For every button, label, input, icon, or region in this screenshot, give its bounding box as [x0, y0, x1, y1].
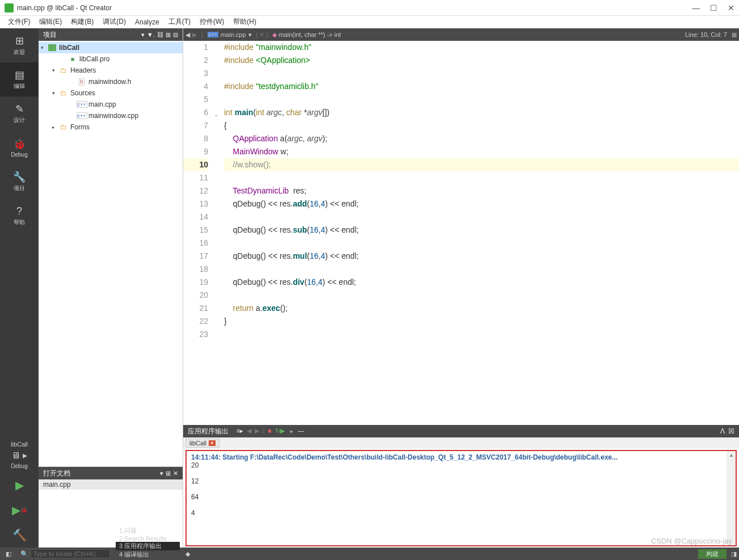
debug-run-button[interactable]: ▶🐞: [0, 503, 39, 517]
menubar: 文件(F)编辑(E)构建(B)调试(D)Analyze工具(T)控件(W)帮助(…: [0, 16, 739, 28]
fold-icon[interactable]: ⌄: [214, 108, 218, 121]
stop-icon[interactable]: ■: [268, 427, 272, 436]
next-icon[interactable]: ▶: [255, 427, 259, 436]
tree-item[interactable]: c++mainwindow.cpp: [39, 110, 183, 121]
tree-item[interactable]: ▸🗀Forms: [39, 121, 183, 133]
cursor-position: Line: 10, Col: 7: [685, 31, 727, 38]
tree-item[interactable]: ▾🗀Sources: [39, 87, 183, 99]
output-tabs: libCall ✕: [183, 437, 739, 449]
run-button[interactable]: ▶: [0, 478, 39, 492]
output-pane-tab[interactable]: 1 问题: [116, 527, 180, 535]
back-icon[interactable]: ◀: [185, 31, 190, 39]
function-icon: ◆: [272, 31, 277, 38]
application-output[interactable]: 14:11:44: Starting F:\DataRec\Code\Demo\…: [185, 450, 737, 546]
tree-project-root[interactable]: ▾libCall: [39, 42, 183, 53]
editor-area: ◀ ▶ | c++ main.cpp ▾ | ✕ | ◆ main(int, c…: [183, 28, 739, 548]
collapse-icon[interactable]: ᐱ: [720, 427, 725, 435]
split-icon[interactable]: ⊞: [166, 470, 171, 477]
file-selector[interactable]: c++ main.cpp ▾: [208, 31, 252, 39]
rerun-icon[interactable]: ↻▶: [275, 427, 285, 436]
code-body[interactable]: #include "mainwindow.h"#include <QApplic…: [221, 41, 739, 425]
toggle-sidebar-icon[interactable]: ◧: [2, 550, 15, 558]
remove-icon[interactable]: —: [298, 427, 304, 436]
rail-mode-帮助[interactable]: ?帮助: [0, 199, 39, 233]
panes-more-icon[interactable]: ◆: [182, 550, 193, 558]
add-icon[interactable]: ＋: [288, 427, 294, 436]
chevron-down-icon: ▾: [248, 31, 252, 39]
code-editor[interactable]: ⌄ 1234567891011121314151617181920212223 …: [183, 41, 739, 425]
forward-icon[interactable]: ▶: [192, 31, 197, 39]
menu-item[interactable]: 文件(F): [5, 16, 33, 28]
menu-item[interactable]: 帮助(H): [230, 16, 260, 28]
rail-icon: 🐞: [13, 138, 26, 150]
close-icon[interactable]: ✕: [173, 470, 178, 477]
mode-rail: ⊞欢迎▤编辑✎设计🐞Debug🔧项目?帮助 libCall 🖥 ▸ Debug …: [0, 28, 39, 548]
tree-item[interactable]: ■libCall.pro: [39, 53, 183, 65]
output-pane-tab[interactable]: 4 编译输出: [116, 550, 180, 559]
project-tree[interactable]: ▾libCall■libCall.pro▾🗀Headershmainwindow…: [39, 41, 183, 467]
project-pane-header: 项目 ▾ ▼. ⛓ ⊞ ⊟: [39, 28, 183, 41]
locator-search[interactable]: 🔍: [17, 549, 113, 558]
tree-item[interactable]: c++main.cpp: [39, 99, 183, 110]
filter-icon[interactable]: ▼.: [147, 31, 155, 39]
output-pane-header: 应用程序输出 ≡▸ ◀ ▶ | ■ ↻▶ ＋ — ᐱ ☒: [183, 425, 739, 437]
menu-item[interactable]: 编辑(E): [36, 16, 65, 28]
rail-icon: ?: [16, 205, 22, 217]
close-pane-icon[interactable]: ☒: [728, 427, 734, 435]
split-editor-icon[interactable]: ⊞: [732, 31, 737, 39]
rail-mode-设计[interactable]: ✎设计: [0, 96, 39, 130]
window-title: main.cpp @ libCall - Qt Creator: [17, 4, 692, 12]
split-icon[interactable]: ⊞: [166, 31, 171, 39]
output-pane-tab[interactable]: 2 Search Results: [116, 535, 180, 542]
line-gutter[interactable]: ⌄ 1234567891011121314151617181920212223: [183, 41, 221, 425]
output-tab[interactable]: libCall ✕: [185, 439, 219, 448]
monitor-icon: 🖥 ▸: [2, 450, 36, 461]
filter-icon[interactable]: ≡▸: [237, 427, 243, 436]
rail-icon: ⊞: [15, 35, 24, 47]
menu-item[interactable]: 控件(W): [196, 16, 227, 28]
menu-item[interactable]: 构建(B): [67, 16, 97, 28]
rail-mode-编辑[interactable]: ▤编辑: [0, 62, 39, 96]
app-icon: [5, 3, 14, 12]
cpp-file-icon: c++: [208, 32, 218, 37]
tree-item[interactable]: ▾🗀Headers: [39, 65, 183, 76]
close-button[interactable]: ✕: [728, 3, 734, 12]
editor-toolbar: ◀ ▶ | c++ main.cpp ▾ | ✕ | ◆ main(int, c…: [183, 28, 739, 41]
build-indicator[interactable]: 构建: [698, 549, 727, 559]
tree-item[interactable]: hmainwindow.h: [39, 76, 183, 87]
kit-selector[interactable]: libCall 🖥 ▸ Debug: [0, 437, 39, 473]
link-icon[interactable]: ⛓: [157, 31, 163, 39]
rail-mode-项目[interactable]: 🔧项目: [0, 165, 39, 199]
dropdown-icon[interactable]: ▾: [141, 31, 145, 39]
open-doc-item[interactable]: main.cpp: [39, 479, 183, 490]
rail-icon: 🔧: [13, 171, 26, 183]
maximize-button[interactable]: ☐: [710, 3, 717, 12]
statusbar: ◧ 🔍 1 问题2 Search Results3 应用程序输出4 编译输出5 …: [0, 548, 739, 560]
menu-item[interactable]: 工具(T): [165, 16, 194, 28]
titlebar: main.cpp @ libCall - Qt Creator — ☐ ✕: [0, 0, 739, 16]
minimize-button[interactable]: —: [692, 3, 700, 12]
scrollbar[interactable]: ▲: [727, 451, 736, 545]
output-pane-tab[interactable]: 3 应用程序输出: [116, 542, 180, 550]
dropdown-icon[interactable]: ▾: [160, 470, 163, 477]
side-panel: 项目 ▾ ▼. ⛓ ⊞ ⊟ ▾libCall■libCall.pro▾🗀Head…: [39, 28, 183, 548]
close-tab-icon[interactable]: ✕: [209, 440, 216, 446]
minus-icon[interactable]: ⊟: [173, 31, 178, 39]
rail-icon: ✎: [15, 103, 24, 115]
toggle-right-sidebar-icon[interactable]: ◨: [731, 550, 737, 558]
locator-input[interactable]: [31, 549, 110, 558]
symbol-selector[interactable]: ◆ main(int, char **) -> int: [272, 31, 341, 39]
rail-mode-欢迎[interactable]: ⊞欢迎: [0, 28, 39, 62]
rail-mode-Debug[interactable]: 🐞Debug: [0, 130, 39, 165]
open-docs-header: 打开文档 ▾ ⊞ ✕: [39, 467, 183, 479]
menu-item[interactable]: Analyze: [132, 17, 163, 27]
prev-icon[interactable]: ◀: [247, 427, 251, 436]
rail-icon: ▤: [15, 69, 24, 81]
build-button[interactable]: 🔨: [0, 528, 39, 542]
menu-item[interactable]: 调试(D): [99, 16, 129, 28]
